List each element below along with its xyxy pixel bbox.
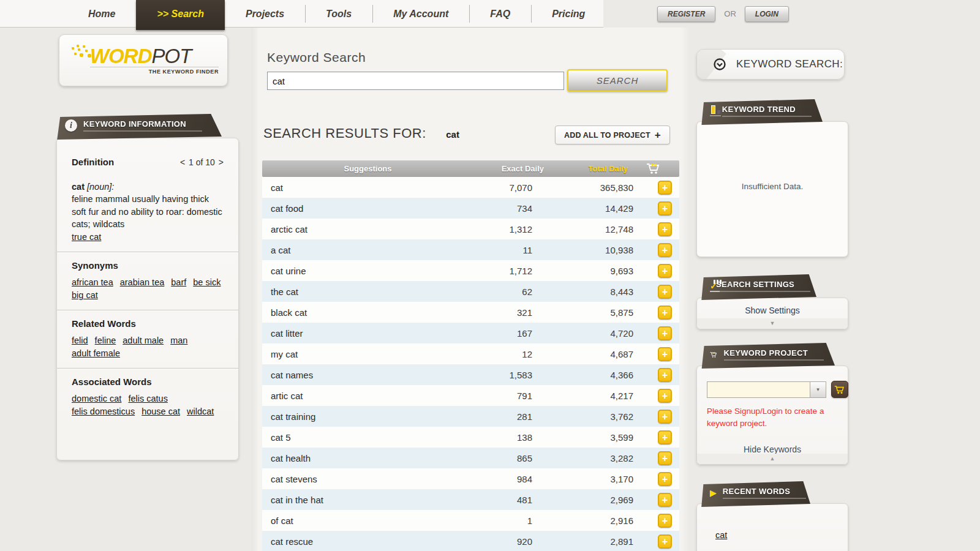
pager-prev-button[interactable]: < bbox=[179, 157, 186, 167]
word-link[interactable]: adult female bbox=[72, 347, 120, 360]
chevron-down-circle-icon bbox=[713, 58, 726, 71]
results-header-row: SEARCH RESULTS FOR: cat ADD ALL TO PROJE… bbox=[263, 126, 679, 141]
pager-next-button[interactable]: > bbox=[217, 157, 225, 167]
divider bbox=[57, 252, 238, 253]
table-row: a cat1110,938+ bbox=[262, 239, 679, 260]
total-daily-cell: 3,599 bbox=[532, 432, 633, 443]
table-row: cat health8653,282+ bbox=[262, 448, 679, 468]
total-daily-cell: 12,748 bbox=[532, 224, 633, 234]
definition-pager: < 1 of 10 > bbox=[179, 157, 225, 167]
table-row: of cat12,916+ bbox=[262, 510, 679, 531]
table-row: cat training2813,762+ bbox=[262, 406, 679, 427]
total-daily-cell: 10,938 bbox=[532, 245, 633, 255]
word-link[interactable]: felis domesticus bbox=[72, 405, 135, 418]
wordpot-logo[interactable]: WORDPOT THE KEYWORD FINDER bbox=[59, 34, 228, 86]
add-to-project-button[interactable]: + bbox=[658, 264, 672, 278]
login-button[interactable]: LOGIN bbox=[745, 6, 789, 22]
add-to-project-button[interactable]: + bbox=[658, 368, 672, 382]
info-icon: i bbox=[65, 119, 77, 132]
project-select[interactable] bbox=[707, 381, 810, 398]
word-link[interactable]: feline bbox=[95, 334, 116, 347]
word-link[interactable]: felid bbox=[72, 334, 88, 347]
word-link[interactable]: barf bbox=[171, 276, 186, 289]
word-link-list: african teaarabian teabarfbe sickbig cat bbox=[72, 276, 231, 302]
word-link[interactable]: adult male bbox=[123, 334, 164, 347]
logo-wordmark: WORDPOT bbox=[90, 46, 219, 66]
project-select-dropdown-button[interactable]: ▼ bbox=[810, 381, 826, 398]
column-total-daily: Total Daily bbox=[544, 164, 628, 173]
add-to-cart-button[interactable] bbox=[831, 381, 848, 398]
search-button[interactable]: SEARCH bbox=[567, 69, 668, 92]
table-row: cat rescue9202,891+ bbox=[262, 531, 679, 551]
word-link[interactable]: domestic cat bbox=[72, 392, 121, 405]
add-to-project-button[interactable]: + bbox=[658, 410, 672, 424]
exact-daily-cell: 11 bbox=[422, 245, 532, 255]
cart-icon bbox=[834, 385, 845, 394]
exact-daily-cell: 865 bbox=[422, 453, 532, 463]
add-to-project-button[interactable]: + bbox=[658, 305, 672, 320]
divider bbox=[57, 368, 238, 369]
nav-item-home[interactable]: Home bbox=[67, 0, 136, 28]
total-daily-cell: 3,170 bbox=[532, 474, 633, 484]
plus-icon: + bbox=[655, 130, 661, 140]
add-to-project-button[interactable]: + bbox=[658, 514, 672, 528]
keyword-trend-ribbon: KEYWORD TREND bbox=[700, 99, 823, 125]
definition-term-line: cat [noun]: bbox=[72, 181, 227, 193]
total-daily-cell: 3,762 bbox=[532, 411, 633, 422]
table-row: my cat124,687+ bbox=[262, 343, 679, 364]
recent-word-link[interactable]: cat bbox=[715, 530, 727, 540]
settings-collapse-arrow[interactable]: ▼ bbox=[697, 318, 848, 329]
word-link[interactable]: wildcat bbox=[187, 405, 214, 418]
definition-link[interactable]: true cat bbox=[72, 231, 101, 244]
nav-item-pricing[interactable]: Pricing bbox=[531, 0, 606, 28]
add-to-project-button[interactable]: + bbox=[658, 222, 672, 236]
search-input[interactable] bbox=[267, 72, 564, 90]
show-settings-link[interactable]: Show Settings bbox=[697, 305, 848, 315]
total-daily-cell: 4,720 bbox=[532, 328, 633, 339]
add-to-project-button[interactable]: + bbox=[658, 201, 672, 216]
add-to-project-button[interactable]: + bbox=[658, 347, 672, 361]
exact-daily-cell: 1 bbox=[422, 515, 532, 526]
add-to-project-button[interactable]: + bbox=[658, 472, 672, 486]
nav-item-projects[interactable]: Projects bbox=[225, 0, 305, 28]
info-section-related-words: Related Wordsfelidfelineadult malemanadu… bbox=[72, 310, 227, 360]
add-to-project-button[interactable]: + bbox=[658, 243, 672, 257]
nav-item-search[interactable]: >> Search bbox=[136, 0, 225, 30]
add-to-project-button[interactable]: + bbox=[658, 534, 672, 549]
nav-item-tools[interactable]: Tools bbox=[305, 0, 372, 28]
search-results-panel: Keyword Search SEARCH SEARCH RESULTS FOR… bbox=[251, 28, 690, 551]
exact-daily-cell: 984 bbox=[422, 474, 532, 484]
hide-keywords-link[interactable]: Hide Keywords bbox=[697, 444, 848, 454]
add-all-to-project-button[interactable]: ADD ALL TO PROJECT + bbox=[555, 126, 670, 144]
word-link[interactable]: african tea bbox=[72, 276, 113, 289]
suggestion-cell: cat training bbox=[271, 411, 422, 422]
suggestion-cell: cat litter bbox=[271, 328, 422, 339]
exact-daily-cell: 281 bbox=[422, 411, 532, 422]
nav-item-my-account[interactable]: My Account bbox=[372, 0, 469, 28]
add-to-project-button[interactable]: + bbox=[658, 451, 672, 465]
nav-item-faq[interactable]: FAQ bbox=[469, 0, 531, 28]
keyword-trend-title: KEYWORD TREND bbox=[722, 105, 812, 117]
add-to-project-button[interactable]: + bbox=[658, 493, 672, 507]
add-to-project-button[interactable]: + bbox=[658, 430, 672, 444]
table-row: cat 51383,599+ bbox=[262, 427, 679, 448]
project-collapse-arrow[interactable]: ▲ bbox=[697, 454, 848, 464]
add-to-project-button[interactable]: + bbox=[658, 181, 672, 195]
word-link[interactable]: man bbox=[170, 334, 187, 347]
add-to-project-button[interactable]: + bbox=[658, 326, 672, 340]
suggestion-cell: cat in the hat bbox=[271, 495, 422, 505]
table-row: cat food73414,429+ bbox=[262, 198, 679, 219]
keyword-information-title: KEYWORD INFORMATION bbox=[83, 119, 202, 132]
word-link[interactable]: be sick bbox=[193, 276, 221, 289]
add-to-project-button[interactable]: + bbox=[658, 389, 672, 403]
keyword-project-ribbon: KEYWORD PROJECT bbox=[700, 343, 835, 369]
register-button[interactable]: REGISTER bbox=[657, 6, 715, 22]
suggestion-cell: cat 5 bbox=[271, 432, 422, 443]
word-link[interactable]: big cat bbox=[72, 289, 98, 302]
add-to-project-button[interactable]: + bbox=[658, 285, 672, 299]
word-link[interactable]: arabian tea bbox=[120, 276, 165, 289]
word-link[interactable]: house cat bbox=[141, 405, 180, 418]
word-link[interactable]: felis catus bbox=[128, 392, 167, 405]
signup-message: Please Signup/Login to create a keyword … bbox=[707, 405, 839, 429]
results-heading: SEARCH RESULTS FOR: bbox=[263, 126, 426, 141]
